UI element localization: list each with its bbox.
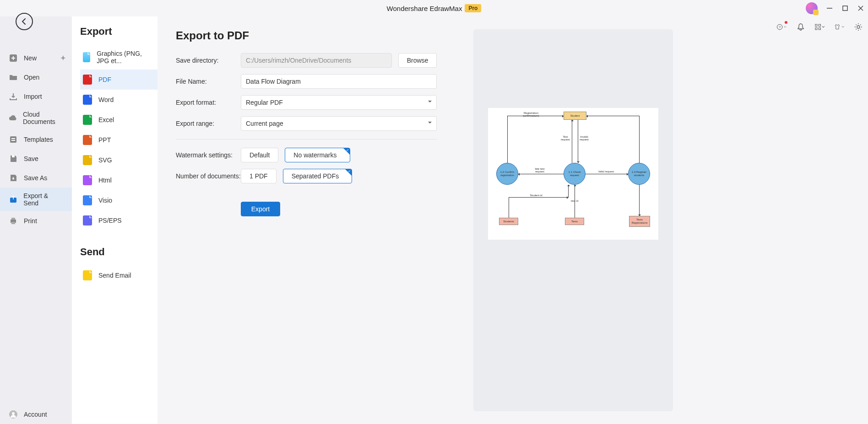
- maximize-icon[interactable]: [841, 5, 849, 12]
- bell-icon[interactable]: [796, 22, 806, 32]
- export-item-label: Graphics (PNG, JPG et...: [97, 50, 155, 64]
- flow-label: Test request: [560, 135, 570, 141]
- flow-label: Invalid request: [579, 135, 590, 141]
- titlebar: Wondershare EdrawMax Pro: [0, 0, 868, 16]
- flow-label: Student id: [529, 194, 543, 197]
- watermark-none-button[interactable]: No watermarks: [285, 148, 350, 162]
- onepdf-button[interactable]: 1 PDF: [241, 169, 277, 183]
- format-select[interactable]: Regular PDF: [241, 95, 437, 110]
- minimize-icon[interactable]: [826, 5, 833, 12]
- app-title: Wondershare EdrawMax: [387, 5, 462, 12]
- svg-file-icon: [83, 155, 92, 165]
- savedir-input: C:/Users/rimzh/OneDrive/Documents: [241, 53, 392, 68]
- diagram-preview: Student 1.2 Confirm registration 1.1 Che…: [488, 108, 658, 240]
- export-heading: Export: [80, 26, 157, 45]
- nav-import[interactable]: Import: [0, 87, 72, 106]
- nav-label: Print: [24, 217, 37, 225]
- nav-cloud[interactable]: Cloud Documents: [0, 106, 72, 130]
- browse-button[interactable]: Browse: [398, 53, 437, 68]
- node-register: 1.3 Register students: [628, 163, 650, 185]
- filename-input[interactable]: Data Flow Diagram: [241, 74, 437, 89]
- check-icon: [345, 169, 352, 176]
- import-icon: [8, 91, 18, 102]
- separated-pdfs-button[interactable]: Separated PDFs: [283, 169, 353, 183]
- label-range: Export range:: [176, 120, 241, 127]
- export-icon: [8, 194, 18, 204]
- export-item-label: PDF: [98, 76, 111, 83]
- svg-rect-7: [819, 24, 820, 26]
- node-confirm: 1.2 Confirm registration: [496, 163, 518, 185]
- nav-saveas[interactable]: Save As: [0, 168, 72, 188]
- export-item-label: Visio: [98, 197, 112, 204]
- check-icon: [343, 148, 350, 155]
- export-ppt[interactable]: PPT: [80, 130, 157, 150]
- nav-label: Cloud Documents: [23, 111, 64, 125]
- node-student: Student: [564, 112, 586, 120]
- svg-rect-18: [11, 218, 15, 220]
- export-form: Export to PDF Save directory: C:/Users/r…: [176, 29, 437, 411]
- export-item-label: SVG: [98, 156, 112, 164]
- page-title: Export to PDF: [176, 29, 437, 42]
- apps-icon[interactable]: [815, 22, 825, 32]
- nav-templates[interactable]: Templates: [0, 130, 72, 149]
- edge: [568, 185, 569, 198]
- html-file-icon: [83, 175, 92, 185]
- preview-pane: Student 1.2 Confirm registration 1.1 Che…: [473, 29, 673, 411]
- nav-label: Save: [24, 155, 38, 162]
- flow-label: Registration confirmations: [521, 112, 541, 117]
- export-button[interactable]: Export: [241, 202, 280, 216]
- pdf-file-icon: [83, 75, 92, 85]
- export-ps[interactable]: PS/EPS: [80, 210, 157, 231]
- export-pdf[interactable]: PDF: [80, 70, 157, 90]
- node-check: 1.1 Check request: [564, 163, 586, 185]
- nav-save[interactable]: Save: [0, 149, 72, 168]
- label-savedir: Save directory:: [176, 57, 241, 64]
- export-item-label: Send Email: [98, 272, 131, 279]
- templates-icon: [8, 134, 18, 145]
- export-svg[interactable]: SVG: [80, 150, 157, 170]
- export-excel[interactable]: Excel: [80, 110, 157, 130]
- back-button[interactable]: [16, 13, 33, 30]
- close-icon[interactable]: [857, 5, 864, 12]
- svg-point-10: [857, 26, 860, 28]
- nav-new[interactable]: New+: [0, 48, 72, 68]
- divider: [176, 139, 437, 140]
- export-graphics[interactable]: Graphics (PNG, JPG et...: [80, 45, 157, 70]
- range-select[interactable]: Current page: [241, 116, 437, 131]
- shirt-icon[interactable]: [834, 22, 844, 32]
- watermark-default-button[interactable]: Default: [241, 148, 278, 162]
- mail-icon: [83, 270, 92, 280]
- export-item-label: Excel: [98, 116, 114, 123]
- svg-rect-19: [11, 222, 15, 224]
- nav-print[interactable]: Print: [0, 211, 72, 231]
- export-word[interactable]: Word: [80, 90, 157, 110]
- folder-icon: [8, 72, 18, 82]
- nav-open[interactable]: Open: [0, 68, 72, 87]
- edge: [518, 174, 564, 174]
- nav-label: Open: [24, 74, 39, 81]
- svg-rect-12: [10, 136, 16, 143]
- export-item-label: Html: [98, 177, 112, 184]
- plus-icon[interactable]: +: [60, 54, 65, 63]
- nav-account[interactable]: Account: [0, 405, 72, 424]
- send-email[interactable]: Send Email: [80, 265, 157, 285]
- excel-file-icon: [83, 115, 92, 125]
- svg-rect-1: [843, 6, 847, 11]
- node-students: Students: [499, 218, 518, 225]
- flow-label: Valid request: [598, 170, 614, 173]
- flow-label: test id: [569, 199, 580, 202]
- flow-label: late test request: [533, 167, 547, 173]
- nav-exportsend[interactable]: Export & Send: [0, 188, 72, 211]
- edge: [509, 197, 509, 218]
- export-item-label: PS/EPS: [98, 217, 122, 224]
- svg-rect-13: [11, 138, 15, 139]
- edge: [639, 116, 640, 163]
- help-icon[interactable]: ?: [776, 22, 787, 32]
- export-html[interactable]: Html: [80, 170, 157, 190]
- label-format: Export format:: [176, 99, 241, 106]
- print-icon: [8, 216, 18, 226]
- toolbar-right: ?: [776, 22, 863, 32]
- avatar[interactable]: [806, 2, 818, 14]
- export-visio[interactable]: Visio: [80, 190, 157, 210]
- gear-icon[interactable]: [853, 22, 863, 32]
